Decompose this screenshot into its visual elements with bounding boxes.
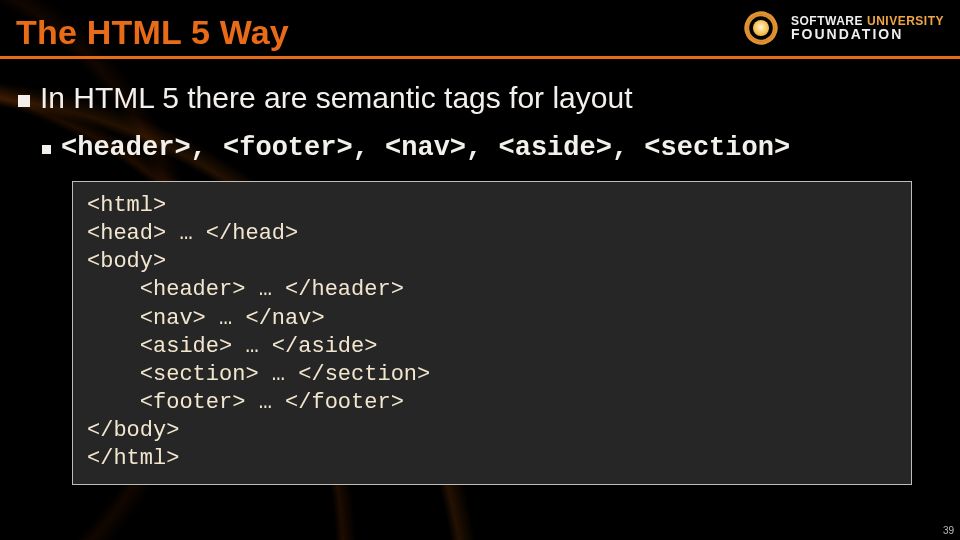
brand-word-foundation: FOUNDATION [791, 27, 944, 41]
slide-title: The HTML 5 Way [16, 13, 289, 52]
bullet-square-icon [18, 95, 30, 107]
page-number: 39 [943, 525, 954, 536]
title-bar: The HTML 5 Way SOFTWARE UNIVERSITY FOUND… [0, 6, 960, 59]
brand-logo-text: SOFTWARE UNIVERSITY FOUNDATION [791, 15, 944, 42]
slide: The HTML 5 Way SOFTWARE UNIVERSITY FOUND… [0, 0, 960, 540]
bullet-level1: In HTML 5 there are semantic tags for la… [18, 81, 942, 115]
gear-bulb-icon [739, 6, 783, 50]
code-block: <html> <head> … </head> <body> <header> … [72, 181, 912, 485]
bullet-square-icon [42, 145, 51, 154]
bullet-level1-text: In HTML 5 there are semantic tags for la… [40, 81, 633, 115]
bullet-level2-text: <header>, <footer>, <nav>, <aside>, <sec… [61, 133, 790, 163]
bullet-level2: <header>, <footer>, <nav>, <aside>, <sec… [42, 133, 942, 163]
slide-body: In HTML 5 there are semantic tags for la… [0, 59, 960, 485]
brand-logo: SOFTWARE UNIVERSITY FOUNDATION [739, 6, 944, 52]
